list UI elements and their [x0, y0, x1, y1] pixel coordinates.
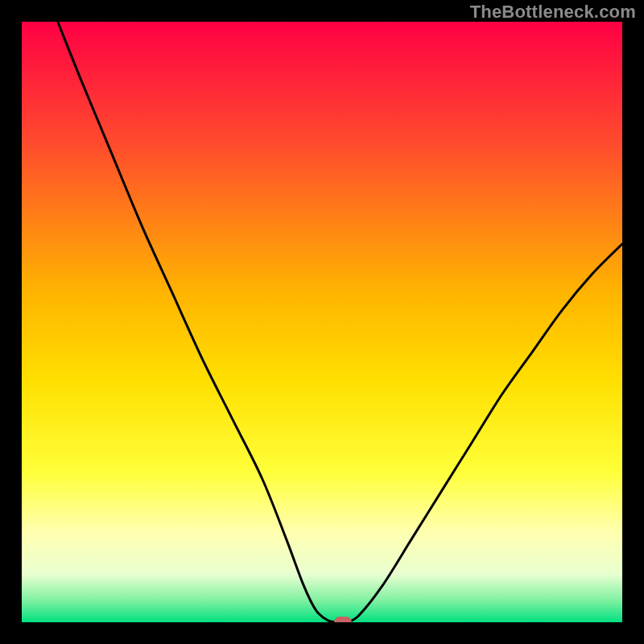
watermark-text: TheBottleneck.com [470, 2, 636, 23]
plot-area [22, 22, 622, 622]
plot-svg [22, 22, 622, 622]
gradient-background [22, 22, 622, 622]
optimal-point-marker [334, 617, 352, 622]
chart-frame: TheBottleneck.com [0, 0, 644, 644]
